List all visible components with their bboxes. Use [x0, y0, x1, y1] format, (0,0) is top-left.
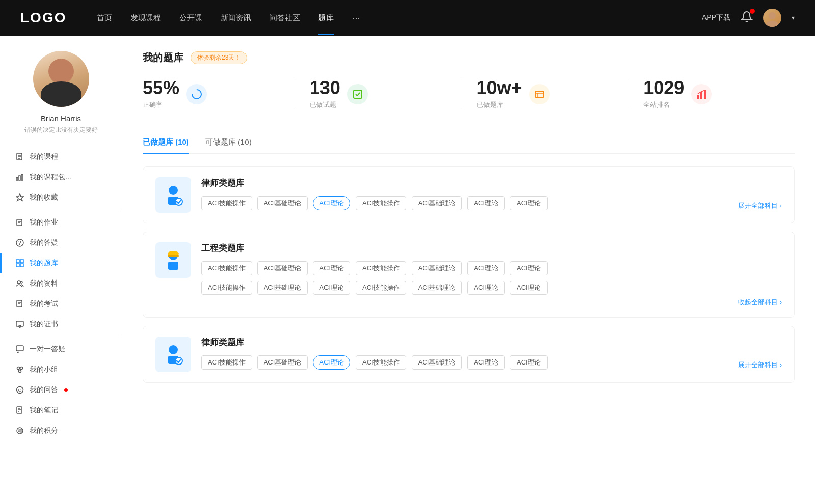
tag-2-5[interactable]: ACI理论 [467, 355, 505, 370]
sidebar-item-tutor[interactable]: 一对一答疑 [0, 339, 122, 359]
tag-1-5[interactable]: ACI理论 [467, 261, 505, 275]
stat-done-label: 已做试题 [310, 100, 340, 109]
sidebar-item-points[interactable]: 积 我的积分 [0, 421, 122, 441]
nav-bank[interactable]: 题库 [318, 13, 334, 23]
tag2-1-2[interactable]: ACI理论 [313, 281, 350, 295]
logo: LOGO [20, 10, 66, 26]
tag-2-1[interactable]: ACI基础理论 [257, 355, 308, 370]
svg-rect-11 [17, 219, 22, 226]
svg-text:?: ? [18, 240, 21, 246]
chart-icon [15, 173, 24, 182]
expand-row-1: 收起全部科目 › [201, 298, 782, 307]
notification-bell[interactable] [741, 11, 753, 25]
svg-rect-58 [168, 262, 178, 270]
sidebar-item-group[interactable]: 我的小组 [0, 359, 122, 380]
tag-2-0[interactable]: ACI技能操作 [201, 355, 252, 370]
sidebar-item-label: 我的笔记 [30, 406, 58, 415]
stat-accuracy: 55% 正确率 [143, 79, 294, 109]
stat-rank-label: 全站排名 [643, 100, 684, 109]
tag2-1-1[interactable]: ACI基础理论 [257, 281, 308, 295]
svg-point-51 [169, 186, 178, 195]
svg-rect-17 [20, 260, 23, 263]
stat-done-value: 130 [310, 79, 340, 97]
svg-rect-45 [535, 91, 544, 97]
stat-ranking: 1029 全站排名 [628, 79, 795, 109]
tag2-1-5[interactable]: ACI理论 [467, 281, 505, 295]
sidebar-item-qa[interactable]: Q 我的问答 [0, 380, 122, 400]
tag2-1-6[interactable]: ACI理论 [510, 281, 548, 295]
sidebar-item-course[interactable]: 我的课程 [0, 147, 122, 167]
sidebar-item-label: 我的收藏 [30, 193, 58, 202]
tag-0-5[interactable]: ACI理论 [467, 196, 505, 210]
stat-rank-value: 1029 [643, 79, 684, 97]
tag-2-4[interactable]: ACI基础理论 [412, 355, 463, 370]
expand-link-0[interactable]: 展开全部科目 › [738, 201, 782, 210]
sidebar-item-homework[interactable]: 我的作业 [0, 212, 122, 233]
expand-link-2[interactable]: 展开全部科目 › [738, 360, 782, 370]
bank-tags-row2: ACI技能操作 ACI基础理论 ACI理论 ACI技能操作 ACI基础理论 AC… [201, 281, 782, 295]
points-icon: 积 [15, 426, 24, 435]
svg-rect-19 [20, 264, 23, 267]
tag2-1-0[interactable]: ACI技能操作 [201, 281, 252, 295]
tag-0-3[interactable]: ACI技能操作 [356, 196, 406, 210]
tag-2-2[interactable]: ACI理论 [313, 355, 350, 370]
sidebar-item-label: 我的积分 [30, 426, 58, 435]
star-icon [15, 193, 24, 202]
nav-home[interactable]: 首页 [97, 13, 112, 23]
tag-2-6[interactable]: ACI理论 [510, 355, 548, 370]
sidebar-item-course-package[interactable]: 我的课程包... [0, 167, 122, 187]
svg-point-20 [17, 281, 20, 284]
tag-1-3[interactable]: ACI技能操作 [356, 261, 406, 275]
svg-marker-10 [16, 194, 23, 201]
nav-more[interactable]: ··· [352, 13, 360, 23]
sidebar-item-bank[interactable]: 我的题库 [0, 253, 122, 273]
tag-1-0[interactable]: ACI技能操作 [201, 261, 252, 275]
tag-0-2[interactable]: ACI理论 [313, 196, 350, 210]
sidebar-item-collection[interactable]: 我的收藏 [0, 187, 122, 208]
download-button[interactable]: APP下载 [702, 13, 730, 22]
tag-0-0[interactable]: ACI技能操作 [201, 196, 252, 210]
qa-badge [64, 388, 68, 392]
stat-banks-label: 已做题库 [477, 100, 522, 109]
sidebar-item-notes[interactable]: 我的笔记 [0, 400, 122, 421]
sidebar-item-certificate[interactable]: 我的证书 [0, 314, 122, 334]
tag-0-4[interactable]: ACI基础理论 [412, 196, 463, 210]
sidebar-item-label: 一对一答疑 [30, 345, 65, 354]
svg-rect-42 [354, 90, 362, 98]
tag-0-6[interactable]: ACI理论 [510, 196, 548, 210]
sidebar-item-label: 我的作业 [30, 218, 58, 227]
user-motto: 错误的决定比没有决定要好 [16, 126, 106, 134]
avatar[interactable] [763, 9, 781, 27]
nav-news[interactable]: 新闻资讯 [221, 13, 251, 23]
nav-discover[interactable]: 发现课程 [130, 13, 161, 23]
nav-qa[interactable]: 问答社区 [269, 13, 300, 23]
svg-rect-2 [763, 9, 781, 27]
tab-done[interactable]: 已做题库 (10) [143, 137, 189, 153]
collapse-link-1[interactable]: 收起全部科目 › [738, 298, 782, 307]
tag-1-2[interactable]: ACI理论 [313, 261, 350, 275]
tag-1-6[interactable]: ACI理论 [510, 261, 548, 275]
tag2-1-3[interactable]: ACI技能操作 [356, 281, 406, 295]
tag-1-4[interactable]: ACI基础理论 [412, 261, 463, 275]
user-avatar [33, 51, 89, 107]
engineer-bank-icon-1 [155, 242, 191, 278]
tag-1-1[interactable]: ACI基础理论 [257, 261, 308, 275]
tag2-1-4[interactable]: ACI基础理论 [412, 281, 463, 295]
users-icon [15, 279, 24, 288]
question-icon: ? [15, 238, 24, 247]
sidebar: Brian Harris 错误的决定比没有决定要好 我的课程 我的课程包... … [0, 36, 122, 504]
tag-0-1[interactable]: ACI基础理论 [257, 196, 308, 210]
stat-value-group: 130 已做试题 [310, 79, 340, 109]
bank-tags-2: ACI技能操作 ACI基础理论 ACI理论 ACI技能操作 ACI基础理论 AC… [201, 355, 782, 370]
sidebar-item-doubt[interactable]: ? 我的答疑 [0, 233, 122, 253]
tag-2-3[interactable]: ACI技能操作 [356, 355, 406, 370]
sidebar-item-data[interactable]: 我的资料 [0, 273, 122, 294]
nav-open-course[interactable]: 公开课 [179, 13, 202, 23]
sidebar-item-label: 我的题库 [30, 259, 58, 268]
user-dropdown-chevron[interactable]: ▾ [792, 14, 795, 21]
tab-available[interactable]: 可做题库 (10) [205, 137, 252, 153]
divider-2 [0, 337, 122, 337]
page-header: 我的题库 体验剩余23天！ [143, 51, 795, 65]
sidebar-item-exam[interactable]: 我的考试 [0, 294, 122, 314]
avatar-image [763, 9, 781, 27]
